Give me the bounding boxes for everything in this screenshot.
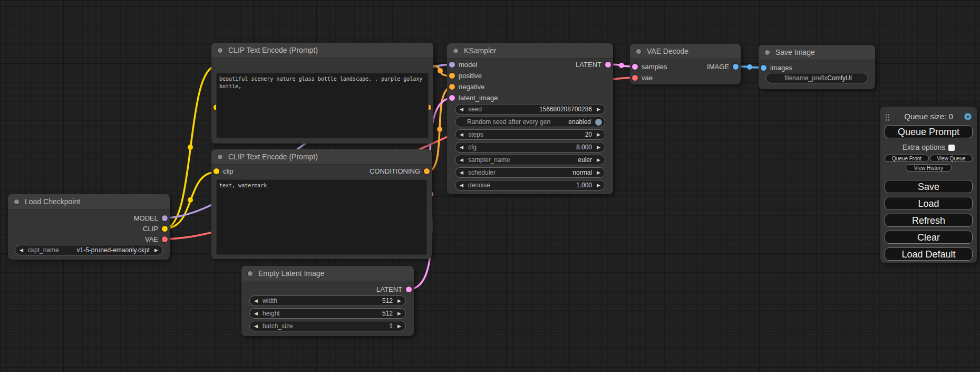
output-label: CLIP [143, 223, 158, 234]
output-port-model[interactable] [162, 215, 168, 221]
decrement-arrow-icon[interactable]: ◀ [254, 309, 258, 318]
decrement-arrow-icon[interactable]: ◀ [460, 155, 463, 165]
link-midpoint-dot[interactable] [619, 63, 624, 68]
node-empty-latent-image[interactable]: Empty Latent Image LATENT ◀ width 512 ▶ … [241, 266, 414, 336]
increment-arrow-icon[interactable]: ▶ [154, 245, 158, 255]
input-port-negative[interactable] [449, 84, 455, 90]
queue-prompt-button[interactable]: Queue Prompt [885, 125, 973, 138]
increment-arrow-icon[interactable]: ▶ [597, 180, 600, 190]
increment-arrow-icon[interactable]: ▶ [597, 168, 600, 177]
decrement-arrow-icon[interactable]: ◀ [460, 180, 463, 190]
save-button[interactable]: Save [885, 180, 973, 193]
prompt-text-input[interactable]: beautiful scenery nature glass bottle la… [216, 73, 429, 138]
output-label: MODEL [134, 213, 158, 224]
node-title-bar[interactable]: Empty Latent Image [241, 266, 414, 281]
load-default-button[interactable]: Load Default [885, 247, 973, 261]
input-port-positive[interactable] [449, 73, 455, 79]
view-queue-button[interactable]: View Queue [930, 155, 973, 162]
input-label: positive [459, 70, 482, 81]
node-save-image[interactable]: Save Image images filename_prefix ComfyU… [759, 45, 875, 89]
node-load-checkpoint[interactable]: Load Checkpoint MODEL CLIP VAE ◀ ckpt_na… [8, 194, 170, 260]
collapse-dot-icon[interactable] [14, 199, 19, 204]
decrement-arrow-icon[interactable]: ◀ [460, 130, 463, 139]
link-midpoint-dot[interactable] [188, 197, 193, 203]
input-port-model[interactable] [449, 62, 455, 68]
widget-sampler-name[interactable]: ◀ sampler_name euler ▶ [455, 155, 605, 165]
collapse-dot-icon[interactable] [248, 271, 253, 276]
node-title-bar[interactable]: VAE Decode [630, 44, 741, 59]
decrement-arrow-icon[interactable]: ◀ [460, 168, 463, 177]
collapse-dot-icon[interactable] [453, 49, 458, 53]
node-vae-decode[interactable]: VAE Decode samples IMAGE vae [630, 44, 741, 84]
widget-batch-size[interactable]: ◀ batch_size 1 ▶ [249, 321, 406, 331]
output-port-latent[interactable] [406, 287, 412, 292]
clear-button[interactable]: Clear [885, 231, 973, 244]
increment-arrow-icon[interactable]: ▶ [597, 130, 600, 139]
link-midpoint-dot[interactable] [747, 64, 752, 70]
load-button[interactable]: Load [885, 197, 973, 210]
widget-seed[interactable]: ◀ seed 156680208700286 ▶ [455, 104, 605, 115]
queue-front-button[interactable]: Queue Front [885, 155, 929, 162]
node-title: CLIP Text Encode (Prompt) [228, 152, 318, 161]
widget-random-seed-toggle[interactable]: Random seed after every gen enabled [455, 117, 605, 127]
node-title: CLIP Text Encode (Prompt) [228, 46, 318, 54]
view-history-button[interactable]: View History [906, 164, 952, 171]
widget-cfg[interactable]: ◀ cfg 8.000 ▶ [455, 142, 605, 152]
extra-options-checkbox[interactable] [948, 145, 955, 151]
node-title: Empty Latent Image [258, 269, 324, 278]
graph-canvas[interactable]: CLIP Text Encode (Prompt) clip CONDITION… [0, 0, 980, 372]
input-label: clip [223, 166, 234, 177]
node-clip-text-encode-negative[interactable]: CLIP Text Encode (Prompt) clip CONDITION… [211, 149, 432, 259]
output-port-conditioning[interactable] [424, 168, 430, 174]
input-port-vae[interactable] [632, 75, 638, 81]
input-port-latent-image[interactable] [449, 95, 455, 101]
input-port-samples[interactable] [632, 64, 638, 70]
widget-denoise[interactable]: ◀ denoise 1.000 ▶ [455, 180, 605, 190]
decrement-arrow-icon[interactable]: ◀ [254, 321, 258, 331]
collapse-dot-icon[interactable] [218, 48, 222, 53]
link-midpoint-dot[interactable] [437, 127, 442, 132]
node-title-bar[interactable]: Save Image [759, 45, 875, 60]
widget-filename-prefix[interactable]: filename_prefix ComfyUI [765, 73, 868, 83]
gear-icon[interactable] [964, 112, 972, 121]
node-title-bar[interactable]: Load Checkpoint [8, 194, 170, 209]
widget-height[interactable]: ◀ height 512 ▶ [249, 308, 406, 319]
output-port-clip[interactable] [162, 226, 168, 232]
decrement-arrow-icon[interactable]: ◀ [254, 296, 258, 306]
link-midpoint-dot[interactable] [438, 68, 443, 73]
output-port-vae[interactable] [162, 236, 168, 242]
increment-arrow-icon[interactable]: ▶ [597, 142, 600, 152]
node-title-bar[interactable]: CLIP Text Encode (Prompt) [211, 149, 432, 165]
node-title-bar[interactable]: CLIP Text Encode (Prompt) [211, 43, 433, 58]
collapse-dot-icon[interactable] [765, 50, 770, 55]
node-title-bar[interactable]: KSampler [447, 43, 613, 59]
decrement-arrow-icon[interactable]: ◀ [460, 142, 463, 152]
node-ksampler[interactable]: KSampler model LATENT positive negative … [447, 43, 613, 194]
node-clip-text-encode-positive[interactable]: CLIP Text Encode (Prompt) clip CONDITION… [211, 43, 433, 144]
input-label: model [459, 59, 477, 70]
node-title: KSampler [464, 46, 496, 55]
decrement-arrow-icon[interactable]: ◀ [460, 104, 463, 114]
widget-width[interactable]: ◀ width 512 ▶ [249, 295, 406, 306]
increment-arrow-icon[interactable]: ▶ [597, 104, 600, 114]
increment-arrow-icon[interactable]: ▶ [397, 321, 401, 331]
output-port-latent[interactable] [605, 62, 611, 68]
widget-scheduler[interactable]: ◀ scheduler normal ▶ [455, 167, 605, 178]
refresh-button[interactable]: Refresh [885, 214, 973, 227]
input-port-clip[interactable] [214, 168, 219, 174]
collapse-dot-icon[interactable] [218, 155, 222, 159]
toggle-icon[interactable] [595, 119, 602, 126]
increment-arrow-icon[interactable]: ▶ [397, 296, 401, 306]
widget-steps[interactable]: ◀ steps 20 ▶ [455, 129, 605, 140]
increment-arrow-icon[interactable]: ▶ [397, 309, 401, 318]
increment-arrow-icon[interactable]: ▶ [597, 155, 600, 165]
prompt-text-input[interactable]: text, watermark [216, 179, 427, 255]
output-label: VAE [145, 234, 158, 245]
output-port-image[interactable] [733, 64, 739, 70]
collapse-dot-icon[interactable] [636, 49, 641, 54]
input-port-images[interactable] [761, 65, 766, 71]
widget-ckpt-name[interactable]: ◀ ckpt_name v1-5-pruned-emaonly.ckpt ▶ [15, 245, 163, 255]
link-midpoint-dot[interactable] [188, 145, 193, 150]
output-label: IMAGE [707, 61, 729, 72]
decrement-arrow-icon[interactable]: ◀ [20, 245, 23, 255]
